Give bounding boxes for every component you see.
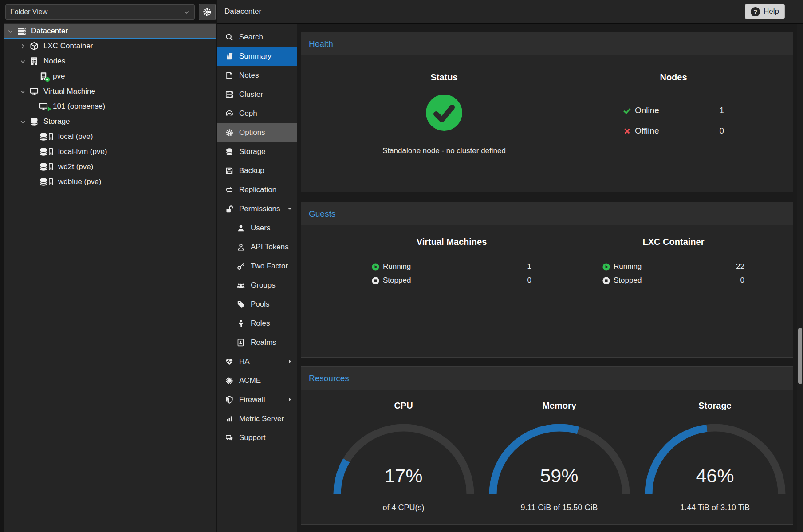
- menu-item-two-factor[interactable]: Two Factor: [217, 256, 297, 276]
- chevron-down-icon: [183, 9, 190, 16]
- storage-heading: Storage: [698, 401, 731, 411]
- nodes-offline-value: 0: [719, 126, 724, 136]
- nodes-column: Nodes Online 1 Offline 0: [551, 55, 796, 192]
- menu-item-cluster[interactable]: Cluster: [217, 85, 297, 104]
- vm-stopped-label: Stopped: [383, 276, 411, 285]
- user-icon: [237, 224, 245, 232]
- tree-item-label: 101 (opnsense): [53, 102, 105, 111]
- proxmox-app: Folder View Datacenter LXC Container: [0, 0, 803, 532]
- tree-item-label: wd2t (pve): [58, 162, 93, 171]
- scrollbar-thumb[interactable]: [798, 328, 802, 384]
- nodes-offline-label: Offline: [635, 126, 659, 136]
- menu-item-firewall[interactable]: Firewall: [217, 390, 297, 409]
- storage-drive-icon: [39, 177, 53, 186]
- tree-item-label: wdblue (pve): [58, 177, 101, 186]
- tree-item-storage[interactable]: Storage: [4, 114, 216, 129]
- menu-item-label: Metric Server: [239, 414, 284, 423]
- menu-item-api-tokens[interactable]: API Tokens: [217, 237, 297, 256]
- menu-item-realms[interactable]: Realms: [217, 333, 297, 352]
- menu-item-ha[interactable]: HA: [217, 352, 297, 371]
- health-panel: Health Status Standalone node - no clust…: [301, 32, 793, 192]
- resources-panel-title: Resources: [301, 367, 793, 390]
- tree-item-label: Storage: [43, 117, 70, 126]
- memory-heading: Memory: [542, 401, 576, 411]
- menu-item-storage[interactable]: Storage: [217, 142, 297, 161]
- burst-icon: [225, 377, 233, 385]
- memory-gauge-column: Memory 59% 9.11 GiB of 15.50 GiB: [481, 390, 637, 524]
- main-area: Datacenter ? Help Search Summary Note: [217, 0, 803, 532]
- menu-item-backup[interactable]: Backup: [217, 161, 297, 180]
- nodes-rows: Online 1 Offline 0: [623, 106, 724, 136]
- chevron-down-icon[interactable]: [20, 88, 26, 95]
- menu-item-ceph[interactable]: Ceph: [217, 104, 297, 123]
- book-icon: [225, 52, 233, 60]
- key-icon: [237, 262, 245, 270]
- menu-item-permissions[interactable]: Permissions: [217, 199, 297, 218]
- menu-item-acme[interactable]: ACME: [217, 371, 297, 390]
- tree-settings-button[interactable]: [199, 4, 216, 20]
- help-button[interactable]: ? Help: [745, 4, 785, 19]
- menu-item-pools[interactable]: Pools: [217, 295, 297, 314]
- menu-item-notes[interactable]: Notes: [217, 66, 297, 85]
- person-icon: [237, 319, 245, 327]
- cpu-percent: 17%: [328, 465, 479, 487]
- tree-item-pve[interactable]: pve: [4, 69, 216, 84]
- resources-panel: Resources CPU 17% of 4 CPU(s): [301, 366, 793, 525]
- menu-item-users[interactable]: Users: [217, 218, 297, 237]
- tree-item-storage-local[interactable]: local (pve): [4, 129, 216, 144]
- chevron-down-icon[interactable]: [20, 58, 26, 65]
- vm-running-row: Running 1: [372, 260, 531, 273]
- tree-item-label: LXC Container: [43, 42, 93, 51]
- tree-item-datacenter[interactable]: Datacenter: [4, 24, 216, 39]
- unlock-icon: [225, 205, 233, 213]
- shield-icon: [225, 396, 233, 404]
- lxc-stopped-label: Stopped: [614, 276, 642, 285]
- storage-drive-icon: [39, 162, 53, 171]
- health-panel-title: Health: [301, 32, 793, 55]
- cpu-detail: of 4 CPU(s): [382, 503, 424, 512]
- tree-item-lxc-container[interactable]: LXC Container: [4, 39, 216, 54]
- tree-item-label: local-lvm (pve): [58, 147, 107, 156]
- menu-item-roles[interactable]: Roles: [217, 314, 297, 333]
- menu-item-summary[interactable]: Summary: [217, 47, 297, 66]
- menu-item-label: Realms: [251, 338, 276, 347]
- lxc-running-row: Running 22: [602, 260, 744, 273]
- status-heading: Status: [430, 72, 457, 83]
- memory-percent: 59%: [484, 465, 635, 487]
- menu-item-groups[interactable]: Groups: [217, 276, 297, 295]
- menu-item-metric-server[interactable]: Metric Server: [217, 409, 297, 428]
- group-icon: [237, 281, 245, 289]
- menu-item-replication[interactable]: Replication: [217, 180, 297, 199]
- monitor-icon: [30, 87, 39, 96]
- floppy-icon: [225, 167, 233, 175]
- tree-item-virtual-machine[interactable]: Virtual Machine: [4, 84, 216, 99]
- tree-item-storage-wd2t[interactable]: wd2t (pve): [4, 159, 216, 174]
- cpu-heading: CPU: [394, 401, 413, 411]
- cpu-gauge-column: CPU 17% of 4 CPU(s): [326, 390, 481, 524]
- tree-item-label: pve: [53, 72, 65, 81]
- menu-item-label: Cluster: [239, 90, 263, 99]
- chevron-right-icon[interactable]: [20, 43, 26, 50]
- vertical-scrollbar[interactable]: [797, 24, 803, 532]
- menu-item-options[interactable]: Options: [217, 123, 297, 142]
- menu-item-search[interactable]: Search: [217, 28, 297, 47]
- chevron-down-icon[interactable]: [20, 118, 26, 125]
- page-title: Datacenter: [224, 7, 261, 16]
- resources-panel-body: CPU 17% of 4 CPU(s) Memory: [301, 390, 793, 524]
- tree-item-vm-101[interactable]: 101 (opnsense): [4, 99, 216, 114]
- bar-chart-icon: [225, 415, 233, 423]
- view-mode-select[interactable]: Folder View: [5, 4, 195, 20]
- building-online-icon: [39, 72, 48, 81]
- tree-item-storage-wdblue[interactable]: wdblue (pve): [4, 174, 216, 189]
- storage-gauge: 46%: [640, 422, 791, 498]
- stop-circle-icon: [372, 277, 379, 284]
- menu-item-label: ACME: [239, 376, 261, 385]
- menu-item-label: Search: [239, 33, 263, 42]
- view-mode-value: Folder View: [10, 8, 47, 16]
- status-message: Standalone node - no cluster defined: [382, 146, 506, 155]
- tree-item-storage-local-lvm[interactable]: local-lvm (pve): [4, 144, 216, 159]
- chevron-down-icon[interactable]: [7, 28, 14, 35]
- menu-item-label: API Tokens: [251, 243, 289, 252]
- menu-item-support[interactable]: Support: [217, 428, 297, 447]
- tree-item-nodes[interactable]: Nodes: [4, 54, 216, 69]
